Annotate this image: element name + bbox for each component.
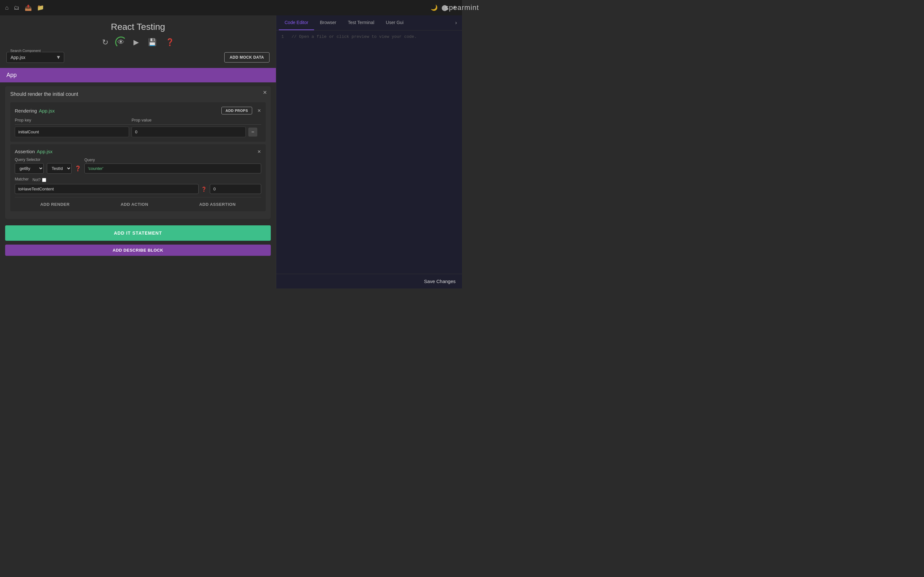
code-panel: 1 // Open a file or click preview to vie… — [276, 31, 462, 274]
query-selector-group: Query Selector getBy queryBy findBy — [15, 157, 44, 174]
refresh-icon[interactable]: ↻ — [102, 38, 108, 47]
home-icon[interactable]: ⌂ — [5, 5, 9, 11]
matcher-input[interactable] — [15, 184, 199, 194]
not-checkbox[interactable] — [42, 178, 46, 182]
circle-icon[interactable]: ⬤ — [441, 4, 448, 11]
rendering-title-left: Rendering App.jsx — [15, 108, 55, 113]
tab-more-icon[interactable]: › — [453, 15, 459, 30]
right-tabs: Code Editor Browser Test Terminal User G… — [276, 15, 462, 31]
add-assertion-button[interactable]: ADD ASSERTION — [199, 202, 236, 207]
testid-spacer — [47, 157, 71, 162]
right-panel: Code Editor Browser Test Terminal User G… — [276, 15, 462, 288]
search-row: Search Component App.jsx index.js App.te… — [0, 52, 276, 68]
assertion-title: Assertion App.jsx ✕ — [15, 149, 261, 154]
query-label: Query — [84, 158, 261, 162]
eye-wrapper: 👁 — [118, 38, 124, 47]
testid-group: TestId Text Role — [47, 157, 71, 174]
query-input-group: Query — [84, 158, 261, 173]
matcher-value-input[interactable] — [210, 184, 261, 194]
left-panel: React Testing ↻ 👁 ▶ 💾 ❓ Search Component… — [0, 15, 276, 288]
line-number: 1 — [281, 34, 284, 39]
query-selector-row: Query Selector getBy queryBy findBy Test… — [15, 157, 261, 174]
tab-browser[interactable]: Browser — [314, 15, 342, 30]
remove-prop-button[interactable]: − — [248, 127, 257, 137]
save-icon[interactable]: 💾 — [148, 38, 157, 47]
moon-icon[interactable]: 🌙 — [431, 4, 438, 11]
assertion-component: App.jsx — [37, 149, 53, 154]
add-mock-data-button[interactable]: ADD MOCK DATA — [224, 52, 270, 63]
query-help-icon[interactable]: ❓ — [75, 165, 81, 171]
folder-open-icon[interactable]: 📁 — [37, 4, 44, 11]
play-icon[interactable]: ▶ — [134, 38, 139, 47]
rendering-component: App.jsx — [39, 108, 55, 113]
help-icon[interactable]: ❓ — [166, 38, 174, 47]
prop-value-input[interactable] — [132, 127, 246, 137]
matcher-row: Matcher Not? ❓ — [15, 177, 261, 194]
prop-key-label: Prop key — [15, 118, 129, 122]
query-input[interactable] — [84, 163, 261, 173]
page-title: React Testing — [0, 15, 276, 35]
rendering-close-button[interactable]: ✕ — [257, 108, 261, 113]
query-selector-label: Query Selector — [15, 157, 44, 162]
tab-code-editor[interactable]: Code Editor — [279, 15, 314, 30]
top-bar-left: ⌂ 🗂 📤 📁 — [5, 4, 44, 11]
tab-user-gui[interactable]: User Gui — [380, 15, 409, 30]
file-export-icon[interactable]: 📤 — [25, 4, 32, 11]
add-render-button[interactable]: ADD RENDER — [40, 202, 69, 207]
prop-value-label: Prop value — [132, 118, 246, 122]
testid-select[interactable]: TestId Text Role — [47, 163, 71, 174]
props-header: Prop key Prop value — [15, 118, 261, 125]
assertion-block: Assertion App.jsx ✕ Query Selector getBy… — [10, 144, 266, 211]
top-bar-right: 🌙 ⬤ ☀ — [431, 4, 457, 11]
search-component-select[interactable]: App.jsx index.js App.test.js — [6, 52, 64, 63]
it-card-close-button[interactable]: ✕ — [263, 89, 267, 95]
assertion-close-button[interactable]: ✕ — [257, 149, 261, 154]
main-layout: React Testing ↻ 👁 ▶ 💾 ❓ Search Component… — [0, 15, 462, 288]
props-row: − — [15, 127, 261, 137]
preview-icon[interactable]: 👁 — [118, 38, 124, 47]
it-card: ✕ Should render the initial count Render… — [5, 86, 271, 219]
sun-icon[interactable]: ☀ — [452, 4, 457, 11]
rendering-label: Rendering — [15, 108, 37, 113]
matcher-help-icon[interactable]: ❓ — [201, 187, 207, 192]
add-buttons-row: ADD RENDER ADD ACTION ADD ASSERTION — [15, 197, 261, 207]
add-props-button[interactable]: ADD PROPS — [221, 107, 252, 114]
add-action-button[interactable]: ADD ACTION — [121, 202, 148, 207]
add-describe-block-button[interactable]: ADD DESCRIBE BLOCK — [5, 245, 271, 256]
code-comment: // Open a file or click preview to view … — [292, 34, 417, 39]
tab-test-terminal[interactable]: Test Terminal — [342, 15, 380, 30]
add-it-statement-button[interactable]: ADD IT STATEMENT — [5, 226, 271, 241]
not-label: Not? — [32, 177, 46, 182]
save-changes-button[interactable]: Save Changes — [424, 279, 456, 284]
matcher-group: Matcher Not? ❓ — [15, 177, 207, 194]
search-component-label: Search Component — [9, 49, 42, 53]
top-bar: ⌂ 🗂 📤 📁 spearmint 🌙 ⬤ ☀ — [0, 0, 462, 15]
getby-select[interactable]: getBy queryBy findBy — [15, 163, 44, 174]
rendering-block: Rendering App.jsx ADD PROPS ✕ Prop key P… — [10, 102, 266, 142]
prop-key-input[interactable] — [15, 127, 129, 137]
matcher-label: Matcher — [15, 177, 29, 181]
rendering-title: Rendering App.jsx ADD PROPS ✕ — [15, 107, 261, 114]
assertion-label: Assertion — [15, 149, 35, 154]
save-bar: Save Changes — [276, 274, 462, 288]
search-component-wrapper: Search Component App.jsx index.js App.te… — [6, 52, 64, 63]
folder-icon[interactable]: 🗂 — [14, 5, 19, 11]
it-description: Should render the initial count — [10, 91, 266, 97]
app-header: App — [0, 68, 276, 82]
